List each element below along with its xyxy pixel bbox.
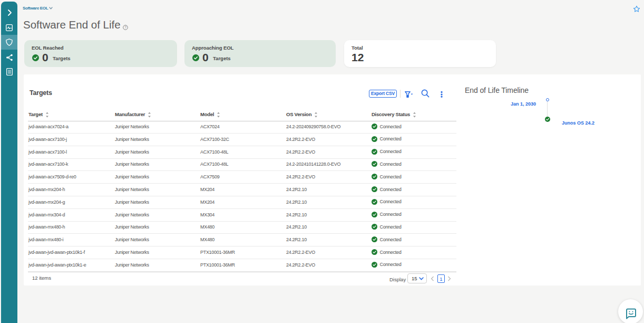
svg-text:?: ? [124, 25, 126, 29]
